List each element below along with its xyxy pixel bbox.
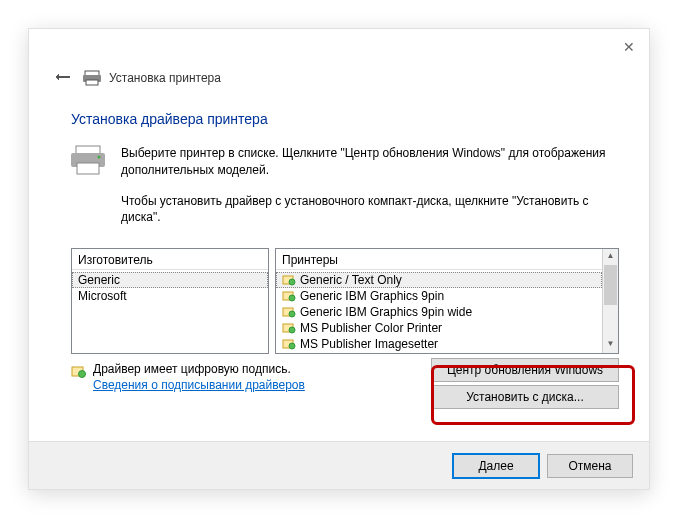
scrollbar[interactable]: ▲ ▼ xyxy=(602,249,618,353)
description-line2: Чтобы установить драйвер с установочного… xyxy=(121,193,619,227)
manufacturer-header: Изготовитель xyxy=(72,249,268,270)
signed-icon xyxy=(282,273,296,287)
cancel-button[interactable]: Отмена xyxy=(547,454,633,478)
side-buttons: Центр обновления Windows Установить с ди… xyxy=(431,358,619,409)
page-heading: Установка драйвера принтера xyxy=(71,111,619,127)
signature-info-link[interactable]: Сведения о подписывании драйверов xyxy=(93,378,305,392)
manufacturer-listbox[interactable]: Изготовитель Generic Microsoft xyxy=(71,248,269,354)
list-area: Изготовитель Generic Microsoft Принтеры … xyxy=(71,248,619,354)
signature-row: Драйвер имеет цифровую подпись. Сведения… xyxy=(71,362,619,392)
svg-rect-2 xyxy=(86,80,98,85)
scroll-down-icon[interactable]: ▼ xyxy=(603,337,618,353)
printer-large-icon xyxy=(71,145,105,240)
svg-point-16 xyxy=(289,343,295,349)
manufacturer-item[interactable]: Generic xyxy=(72,272,268,288)
signed-icon xyxy=(282,321,296,335)
signed-icon xyxy=(282,337,296,351)
signed-icon xyxy=(282,305,296,319)
scroll-thumb[interactable] xyxy=(604,265,617,305)
printer-item[interactable]: MS Publisher Color Printer xyxy=(276,320,602,336)
svg-point-8 xyxy=(289,279,295,285)
printer-item[interactable]: MS Publisher Imagesetter xyxy=(276,336,602,352)
windows-update-button[interactable]: Центр обновления Windows xyxy=(431,358,619,382)
printers-header: Принтеры xyxy=(276,249,618,270)
back-arrow-icon[interactable]: 🠔 xyxy=(51,69,75,87)
have-disk-button[interactable]: Установить с диска... xyxy=(431,385,619,409)
printers-listbox[interactable]: Принтеры Generic / Text Only Generic IBM… xyxy=(275,248,619,354)
content-area: Установка драйвера принтера Выберите при… xyxy=(71,111,619,392)
printer-item[interactable]: Generic IBM Graphics 9pin xyxy=(276,288,602,304)
svg-point-6 xyxy=(98,156,101,159)
svg-rect-3 xyxy=(76,146,100,154)
svg-point-12 xyxy=(289,311,295,317)
scroll-up-icon[interactable]: ▲ xyxy=(603,249,618,265)
printer-item[interactable]: Generic IBM Graphics 9pin wide xyxy=(276,304,602,320)
titlebar: 🠔 Установка принтера xyxy=(51,69,221,87)
svg-point-10 xyxy=(289,295,295,301)
description-text: Выберите принтер в списке. Щелкните "Цен… xyxy=(121,145,619,240)
footer: Далее Отмена xyxy=(29,441,649,489)
printer-icon xyxy=(83,70,101,86)
svg-point-18 xyxy=(79,371,86,378)
close-icon[interactable]: ✕ xyxy=(617,35,641,59)
svg-point-14 xyxy=(289,327,295,333)
signed-icon xyxy=(71,364,85,378)
description-row: Выберите принтер в списке. Щелкните "Цен… xyxy=(71,145,619,240)
svg-rect-5 xyxy=(77,163,99,174)
description-line1: Выберите принтер в списке. Щелкните "Цен… xyxy=(121,145,619,179)
printer-item[interactable]: Generic / Text Only xyxy=(276,272,602,288)
next-button[interactable]: Далее xyxy=(453,454,539,478)
dialog-title: Установка принтера xyxy=(109,71,221,85)
signature-status: Драйвер имеет цифровую подпись. xyxy=(93,362,305,376)
add-printer-dialog: ✕ 🠔 Установка принтера Установка драйвер… xyxy=(28,28,650,490)
manufacturer-item[interactable]: Microsoft xyxy=(72,288,268,304)
signed-icon xyxy=(282,289,296,303)
